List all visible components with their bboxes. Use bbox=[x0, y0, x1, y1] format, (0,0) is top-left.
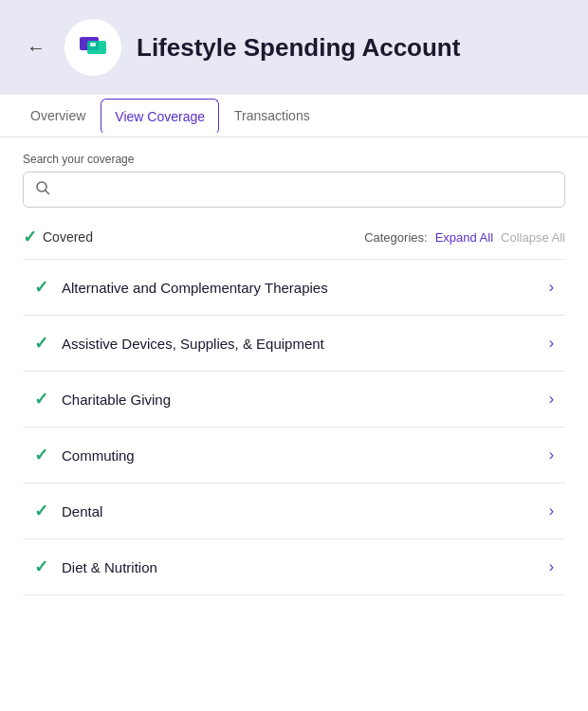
back-button[interactable]: ← bbox=[23, 33, 49, 63]
chevron-right-icon: › bbox=[549, 391, 554, 408]
svg-rect-2 bbox=[90, 43, 96, 46]
svg-rect-1 bbox=[87, 41, 106, 54]
chevron-right-icon: › bbox=[549, 279, 554, 296]
categories-controls: Categories: Expand All Collapse All bbox=[364, 230, 565, 245]
main-content: Overview View Coverage Transactions Sear… bbox=[0, 95, 588, 711]
chevron-right-icon: › bbox=[549, 335, 554, 352]
item-check-icon: ✓ bbox=[34, 501, 48, 521]
chevron-right-icon: › bbox=[549, 558, 554, 575]
coverage-list: ✓ Alternative and Complementary Therapie… bbox=[0, 259, 588, 595]
chevron-right-icon: › bbox=[549, 447, 554, 464]
covered-badge: ✓ Covered bbox=[23, 227, 93, 247]
covered-label: Covered bbox=[43, 229, 93, 245]
item-check-icon: ✓ bbox=[34, 277, 48, 298]
search-section: Search your coverage bbox=[0, 137, 588, 223]
item-left: ✓ Charitable Giving bbox=[34, 389, 171, 410]
item-check-icon: ✓ bbox=[34, 445, 48, 465]
list-item[interactable]: ✓ Commuting › bbox=[23, 428, 565, 483]
categories-label: Categories: bbox=[364, 230, 427, 245]
covered-check-icon: ✓ bbox=[23, 227, 37, 247]
tab-overview[interactable]: Overview bbox=[15, 95, 101, 138]
item-label: Alternative and Complementary Therapies bbox=[62, 280, 328, 296]
list-item[interactable]: ✓ Diet & Nutrition › bbox=[23, 539, 565, 595]
item-left: ✓ Alternative and Complementary Therapie… bbox=[34, 277, 328, 298]
item-check-icon: ✓ bbox=[34, 556, 48, 577]
chevron-right-icon: › bbox=[549, 502, 554, 520]
filter-row: ✓ Covered Categories: Expand All Collaps… bbox=[0, 223, 588, 259]
item-label: Diet & Nutrition bbox=[62, 559, 157, 575]
search-icon bbox=[35, 180, 50, 199]
tab-view-coverage[interactable]: View Coverage bbox=[101, 99, 219, 135]
item-check-icon: ✓ bbox=[34, 389, 48, 410]
list-item[interactable]: ✓ Assistive Devices, Supplies, & Equipme… bbox=[23, 316, 565, 372]
item-left: ✓ Diet & Nutrition bbox=[34, 556, 157, 577]
list-item[interactable]: ✓ Alternative and Complementary Therapie… bbox=[23, 259, 565, 316]
item-label: Charitable Giving bbox=[62, 392, 171, 408]
item-left: ✓ Dental bbox=[34, 501, 102, 521]
svg-line-4 bbox=[46, 191, 49, 194]
item-left: ✓ Commuting bbox=[34, 445, 135, 465]
item-left: ✓ Assistive Devices, Supplies, & Equipme… bbox=[34, 333, 324, 354]
item-label: Dental bbox=[62, 503, 102, 520]
page-header: ← Lifestyle Spending Account bbox=[0, 0, 588, 95]
collapse-all-button[interactable]: Collapse All bbox=[501, 230, 565, 245]
search-label: Search your coverage bbox=[23, 153, 565, 166]
item-label: Assistive Devices, Supplies, & Equipment bbox=[62, 336, 324, 352]
page-title: Lifestyle Spending Account bbox=[137, 33, 460, 63]
account-icon bbox=[76, 27, 110, 68]
logo-container bbox=[64, 19, 121, 76]
list-item[interactable]: ✓ Charitable Giving › bbox=[23, 372, 565, 428]
search-box-wrapper bbox=[23, 172, 565, 208]
item-check-icon: ✓ bbox=[34, 333, 48, 354]
expand-all-button[interactable]: Expand All bbox=[435, 230, 493, 245]
tab-transactions[interactable]: Transactions bbox=[219, 95, 325, 138]
search-input[interactable] bbox=[58, 182, 553, 197]
list-item[interactable]: ✓ Dental › bbox=[23, 483, 565, 539]
tabs-bar: Overview View Coverage Transactions bbox=[0, 95, 588, 137]
item-label: Commuting bbox=[62, 447, 135, 464]
